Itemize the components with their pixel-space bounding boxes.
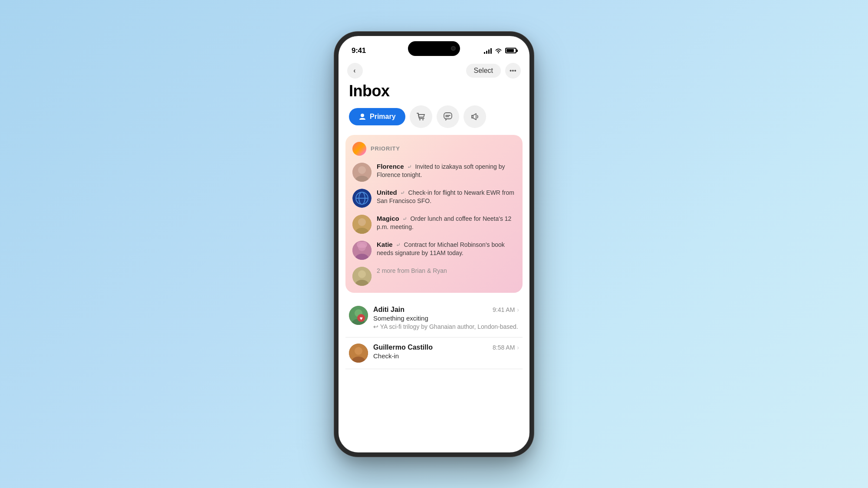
svg-rect-19	[357, 242, 367, 248]
email-item-guillermo[interactable]: Guillermo Castillo 8:58 AM › Check-in	[345, 337, 523, 369]
email-content-more: 2 more from Brian & Ryan	[377, 267, 516, 275]
avatar-magico	[352, 215, 372, 234]
chevron-right-icon: ›	[517, 306, 519, 313]
battery-icon	[505, 48, 516, 53]
status-icons	[484, 48, 516, 54]
action-icon-florence: ⤶	[407, 164, 412, 170]
tab-shopping[interactable]	[410, 105, 432, 128]
priority-item-magico[interactable]: Magico ⤶ Order lunch and coffee for Neet…	[352, 215, 516, 234]
avatar-florence	[352, 163, 372, 182]
wifi-icon	[495, 48, 502, 53]
avatar-more	[352, 267, 372, 286]
page-title: Inbox	[349, 82, 519, 100]
email-subject-guillermo: Check-in	[373, 352, 519, 360]
priority-label: PRIORITY	[371, 145, 400, 152]
back-button[interactable]: ‹	[347, 63, 363, 79]
cart-icon	[416, 112, 426, 121]
priority-icon	[352, 142, 366, 156]
svg-rect-3	[444, 113, 452, 119]
priority-header: PRIORITY	[352, 142, 516, 156]
svg-point-8	[358, 166, 366, 174]
svg-point-0	[361, 114, 364, 117]
sender-florence: Florence	[377, 163, 404, 170]
email-item-aditi[interactable]: ♥ Aditi Jain 9:41 AM › Something excitin…	[345, 300, 523, 338]
priority-item-katie[interactable]: Katie ⤶ Contract for Michael Robinson's …	[352, 241, 516, 260]
page-title-section: Inbox	[339, 80, 529, 105]
priority-card[interactable]: PRIORITY Florence ⤶	[345, 135, 523, 293]
avatar-guillermo	[349, 344, 368, 363]
email-subject-aditi: Something exciting	[373, 314, 519, 322]
email-preview-aditi: ↩ YA sci-fi trilogy by Ghanaian author, …	[373, 323, 519, 331]
more-button[interactable]: •••	[505, 63, 521, 79]
svg-point-1	[419, 119, 421, 120]
signal-bars-icon	[484, 48, 492, 54]
bubble-icon	[443, 112, 453, 121]
preview-united: Check-in for flight to Newark EWR from S…	[377, 189, 514, 205]
svg-point-22	[358, 270, 366, 278]
status-bar: 9:41	[339, 36, 529, 59]
back-chevron-icon: ‹	[353, 67, 355, 75]
email-item-right-guillermo: Guillermo Castillo 8:58 AM › Check-in	[373, 344, 519, 360]
nav-actions: Select •••	[466, 63, 521, 79]
email-content-magico: Magico ⤶ Order lunch and coffee for Neet…	[377, 215, 516, 232]
email-time-guillermo: 8:58 AM ›	[493, 344, 519, 351]
avatar-united	[352, 189, 372, 208]
chevron-right-icon-2: ›	[517, 344, 519, 351]
sender-katie: Katie	[377, 241, 393, 248]
battery-fill	[506, 49, 514, 52]
email-content-katie: Katie ⤶ Contract for Michael Robinson's …	[377, 241, 516, 258]
email-item-right-aditi: Aditi Jain 9:41 AM › Something exciting …	[373, 306, 519, 331]
email-sender-guillermo: Guillermo Castillo	[373, 344, 433, 351]
tab-bar: Primary	[339, 105, 529, 135]
more-from-label: 2 more from Brian & Ryan	[377, 267, 447, 274]
action-icon-katie: ⤶	[396, 242, 401, 248]
tab-chat[interactable]	[437, 105, 459, 128]
email-item-header-aditi: Aditi Jain 9:41 AM ›	[373, 306, 519, 314]
tab-promo[interactable]	[464, 105, 486, 128]
email-sender-aditi: Aditi Jain	[373, 306, 404, 314]
avatar-katie	[352, 241, 372, 260]
email-time-aditi: 9:41 AM ›	[493, 306, 519, 313]
priority-item-united[interactable]: United ⤶ Check-in for flight to Newark E…	[352, 189, 516, 208]
dynamic-island	[408, 41, 460, 56]
sender-united: United	[377, 189, 397, 196]
email-content-united: United ⤶ Check-in for flight to Newark E…	[377, 189, 516, 206]
avatar-aditi: ♥	[349, 306, 368, 325]
status-time: 9:41	[352, 46, 366, 55]
megaphone-icon	[470, 112, 480, 121]
select-button[interactable]: Select	[466, 64, 501, 78]
email-list: PRIORITY Florence ⤶	[339, 135, 529, 452]
email-content-florence: Florence ⤶ Invited to izakaya soft openi…	[377, 163, 516, 180]
camera-dot	[451, 46, 456, 51]
svg-point-30	[355, 347, 362, 355]
svg-text:♥: ♥	[359, 315, 362, 321]
action-icon-united: ⤶	[400, 190, 405, 196]
person-icon	[358, 113, 366, 121]
tab-primary[interactable]: Primary	[349, 108, 405, 125]
nav-bar: ‹ Select •••	[339, 59, 529, 80]
svg-point-2	[422, 119, 424, 120]
phone-frame: 9:41 ‹	[334, 32, 534, 457]
ellipsis-icon: •••	[510, 67, 516, 74]
email-item-header-guillermo: Guillermo Castillo 8:58 AM ›	[373, 344, 519, 351]
sender-magico: Magico	[377, 215, 399, 222]
action-icon-magico: ⤶	[402, 216, 407, 222]
screen: 9:41 ‹	[339, 36, 529, 452]
svg-point-15	[358, 218, 366, 226]
tab-primary-label: Primary	[370, 113, 396, 121]
priority-more-item[interactable]: 2 more from Brian & Ryan	[352, 267, 516, 286]
priority-item-florence[interactable]: Florence ⤶ Invited to izakaya soft openi…	[352, 163, 516, 182]
